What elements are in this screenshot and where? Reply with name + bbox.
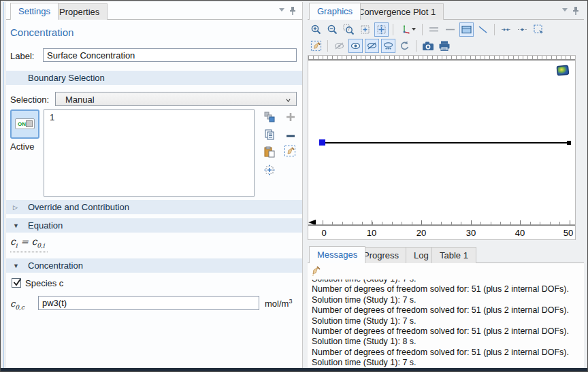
expanded-triangle-icon: ▼ (13, 222, 19, 229)
active-label: Active (10, 141, 34, 152)
x-tick-label: 40 (515, 228, 525, 238)
tab-convergence-plot[interactable]: Convergence Plot 1 (350, 3, 444, 20)
pin-icon[interactable] (289, 6, 297, 18)
zoom-to-selection-view-icon[interactable] (374, 22, 389, 37)
select-box-icon[interactable] (532, 22, 546, 37)
geometry-line[interactable] (323, 142, 569, 143)
panel-menu-caret-icon[interactable] (279, 8, 284, 12)
paste-icon[interactable] (263, 146, 276, 158)
tab-table-1[interactable]: Table 1 (431, 247, 476, 263)
on-text: ON (18, 121, 26, 127)
comsol-window: Settings Properties Concentration Label:… (0, 0, 588, 372)
tab-graphics[interactable]: Graphics (309, 3, 361, 20)
expanded-triangle-icon: ▼ (13, 263, 19, 269)
toolbar-separator (416, 40, 416, 52)
selected-vertex-marker[interactable] (319, 139, 325, 146)
species-c-checkbox[interactable] (12, 278, 21, 288)
graphics-toolbar-row2 (309, 37, 584, 54)
add-to-selection-icon[interactable] (284, 111, 297, 123)
surface-render-icon[interactable] (459, 22, 474, 37)
zoom-in-icon[interactable] (309, 22, 323, 37)
clear-messages-brush-icon[interactable] (311, 265, 323, 277)
major-tick (471, 220, 472, 224)
label-input[interactable] (43, 48, 297, 62)
unit-sup: 3 (289, 298, 292, 305)
pin-icon[interactable] (572, 6, 580, 18)
tab-properties[interactable]: Properties (51, 3, 108, 20)
remove-from-selection-icon[interactable] (284, 130, 297, 142)
double-line-style-icon[interactable] (427, 22, 441, 37)
view-orientation-icon[interactable] (397, 22, 418, 37)
show-hidden-icon[interactable] (381, 39, 395, 53)
print-icon[interactable] (437, 39, 451, 53)
toolbar-separator (494, 24, 495, 35)
c0c-input[interactable] (38, 296, 259, 310)
zoom-out-icon[interactable] (325, 22, 340, 37)
major-tick (520, 220, 521, 224)
messages-content: Solution time (Study 1): 7 s. Number of … (308, 263, 584, 369)
section-equation[interactable]: ▼ Equation (6, 218, 302, 233)
major-tick (372, 220, 372, 224)
log-line: Solution time (Study 1): 7 s. (312, 358, 584, 368)
messages-tabbar: Messages Progress Log Table 1 (308, 246, 584, 263)
section-concentration[interactable]: ▼ Concentration (6, 258, 302, 273)
create-selection-icon[interactable] (263, 111, 276, 123)
x-tick-label: 0 (321, 228, 326, 238)
camera-snapshot-icon[interactable] (421, 39, 435, 53)
comsol-plot-icon[interactable] (556, 64, 570, 78)
graphics-tabbar: Graphics Convergence Plot 1 (308, 2, 584, 20)
clear-selection-icon[interactable] (284, 145, 296, 157)
x-tick-label: 30 (466, 228, 476, 238)
toolbar-separator (327, 40, 328, 52)
on-toggle-icon: ON (15, 118, 35, 129)
settings-panel: Settings Properties Concentration Label:… (6, 2, 303, 369)
species-c-label: Species c (25, 278, 63, 288)
log-line: Solution time (Study 1): 7 s. (312, 280, 584, 284)
vertex-marker[interactable] (567, 141, 571, 145)
log-line: Number of degrees of freedom solved for:… (312, 326, 584, 337)
hide-selected-icon[interactable] (332, 39, 346, 53)
active-toggle-button[interactable]: ON (10, 109, 39, 139)
zoom-box-icon[interactable] (342, 22, 356, 37)
equation-lhs: c (10, 236, 16, 247)
selection-dropdown-value: Manual (65, 95, 95, 105)
list-item[interactable]: 1 (44, 110, 254, 124)
snap-grid-icon[interactable] (515, 22, 529, 37)
single-line-style-icon[interactable] (443, 22, 457, 37)
plot-canvas[interactable]: 0 10 20 30 40 50 (308, 55, 576, 240)
section-boundary-selection[interactable]: Boundary Selection (6, 71, 302, 85)
reset-hiding-icon[interactable] (397, 39, 412, 53)
canvas-top-frame (308, 56, 575, 61)
major-tick (570, 220, 570, 224)
x-tick-label: 50 (564, 228, 573, 238)
copy-icon[interactable] (263, 129, 276, 141)
toolbar-separator (393, 24, 393, 35)
section-label: Override and Contribution (28, 202, 129, 212)
selection-dropdown[interactable]: Manual (55, 92, 297, 106)
messages-panel: Messages Progress Log Table 1 Solution t… (308, 246, 584, 369)
diagonal-line-icon[interactable] (476, 22, 490, 37)
tab-messages[interactable]: Messages (309, 246, 365, 263)
log-line: Number of degrees of freedom solved for:… (312, 305, 584, 316)
messages-log-text[interactable]: Solution time (Study 1): 7 s. Number of … (312, 280, 584, 369)
view-unhidden-icon[interactable] (348, 39, 363, 53)
selection-label: Selection: (10, 95, 49, 105)
clear-selection-brush-icon[interactable] (309, 39, 323, 53)
major-tick (421, 220, 422, 224)
toolbar-separator (422, 24, 423, 35)
c0c-label-sub: 0,c (15, 304, 24, 311)
section-override-contribution[interactable]: ▷ Override and Contribution (6, 200, 302, 214)
log-line: Number of degrees of freedom solved for:… (312, 284, 584, 294)
equation-display[interactable]: ci = c0,i (10, 236, 48, 252)
zoom-to-selection-icon[interactable] (263, 164, 276, 176)
tab-settings[interactable]: Settings (10, 3, 59, 20)
log-line: Number of degrees of freedom solved for:… (312, 348, 584, 358)
zoom-extents-icon[interactable] (358, 22, 372, 37)
boundary-selection-list[interactable]: 1 (44, 109, 255, 197)
snap-coordinates-icon[interactable] (499, 22, 513, 37)
view-hidden-icon[interactable] (365, 39, 379, 53)
panel-edge-divider (3, 2, 4, 368)
x-tick-label: 10 (367, 228, 376, 238)
panel-menu-caret-icon[interactable] (562, 8, 568, 12)
c0c-unit: mol/m3 (265, 298, 292, 309)
